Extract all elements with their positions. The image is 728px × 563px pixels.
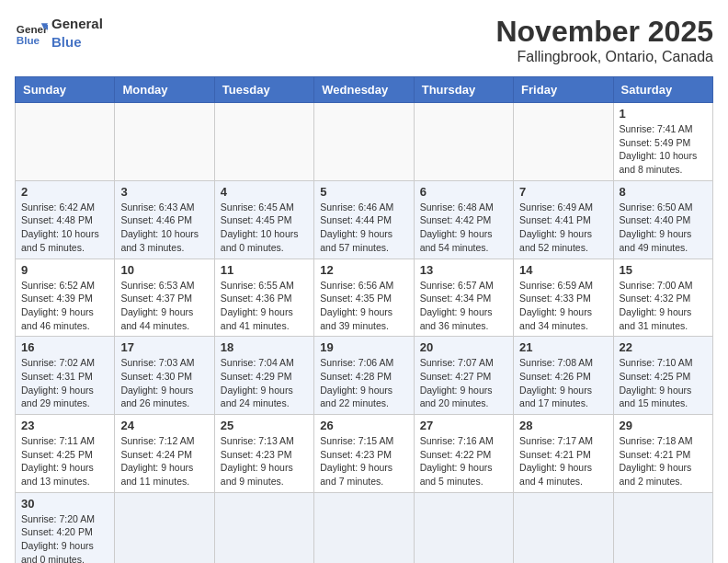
logo-general: General (51, 15, 103, 33)
day-number: 7 (519, 185, 607, 199)
day-number: 1 (620, 107, 707, 121)
calendar-day-cell (514, 103, 613, 181)
weekday-header: Wednesday (314, 77, 414, 103)
calendar-header-row: SundayMondayTuesdayWednesdayThursdayFrid… (16, 77, 713, 103)
calendar-day-cell (115, 103, 214, 181)
day-info: Sunrise: 6:56 AM Sunset: 4:35 PM Dayligh… (320, 279, 407, 333)
calendar-day-cell: 14Sunrise: 6:59 AM Sunset: 4:33 PM Dayli… (514, 259, 613, 337)
calendar-day-cell (214, 492, 313, 563)
day-info: Sunrise: 7:12 AM Sunset: 4:24 PM Dayligh… (120, 434, 208, 488)
month-title: November 2025 (495, 15, 713, 49)
day-number: 29 (620, 419, 707, 432)
day-info: Sunrise: 6:55 AM Sunset: 4:36 PM Dayligh… (221, 279, 308, 333)
calendar-day-cell: 9Sunrise: 6:52 AM Sunset: 4:39 PM Daylig… (16, 259, 115, 337)
calendar-day-cell: 20Sunrise: 7:07 AM Sunset: 4:27 PM Dayli… (414, 337, 513, 415)
weekday-header: Saturday (613, 77, 712, 103)
weekday-header: Sunday (16, 77, 115, 103)
calendar-day-cell: 11Sunrise: 6:55 AM Sunset: 4:36 PM Dayli… (214, 259, 313, 337)
calendar-day-cell (314, 103, 414, 181)
calendar-day-cell (214, 103, 313, 181)
weekday-header: Tuesday (214, 77, 313, 103)
svg-text:Blue: Blue (17, 33, 40, 45)
calendar-day-cell: 7Sunrise: 6:49 AM Sunset: 4:41 PM Daylig… (514, 180, 613, 259)
calendar-day-cell: 18Sunrise: 7:04 AM Sunset: 4:29 PM Dayli… (214, 337, 313, 415)
calendar-day-cell: 12Sunrise: 6:56 AM Sunset: 4:35 PM Dayli… (314, 259, 414, 337)
day-info: Sunrise: 7:41 AM Sunset: 5:49 PM Dayligh… (620, 122, 707, 177)
weekday-header: Friday (514, 77, 613, 103)
day-number: 10 (120, 263, 208, 277)
calendar-day-cell: 24Sunrise: 7:12 AM Sunset: 4:24 PM Dayli… (115, 415, 214, 493)
calendar-day-cell (414, 103, 513, 181)
day-number: 20 (420, 340, 507, 354)
calendar: SundayMondayTuesdayWednesdayThursdayFrid… (15, 76, 713, 563)
day-number: 23 (21, 419, 108, 432)
day-number: 17 (120, 340, 208, 354)
logo-blue: Blue (51, 33, 103, 52)
day-number: 22 (620, 340, 707, 354)
calendar-day-cell: 17Sunrise: 7:03 AM Sunset: 4:30 PM Dayli… (115, 337, 214, 415)
calendar-day-cell: 2Sunrise: 6:42 AM Sunset: 4:48 PM Daylig… (16, 180, 115, 259)
calendar-day-cell: 8Sunrise: 6:50 AM Sunset: 4:40 PM Daylig… (613, 180, 712, 259)
day-number: 12 (320, 263, 407, 277)
day-number: 30 (21, 497, 108, 511)
day-number: 3 (120, 185, 208, 199)
day-number: 25 (221, 419, 308, 432)
calendar-day-cell: 22Sunrise: 7:10 AM Sunset: 4:25 PM Dayli… (613, 337, 712, 415)
day-info: Sunrise: 6:53 AM Sunset: 4:37 PM Dayligh… (120, 279, 208, 333)
day-info: Sunrise: 6:57 AM Sunset: 4:34 PM Dayligh… (420, 279, 507, 333)
calendar-day-cell: 27Sunrise: 7:16 AM Sunset: 4:22 PM Dayli… (414, 415, 513, 493)
day-info: Sunrise: 7:13 AM Sunset: 4:23 PM Dayligh… (221, 434, 308, 488)
day-number: 13 (420, 263, 507, 277)
day-info: Sunrise: 7:00 AM Sunset: 4:32 PM Dayligh… (620, 279, 707, 333)
day-number: 6 (420, 185, 507, 199)
day-number: 14 (519, 263, 607, 277)
title-area: November 2025 Fallingbrook, Ontario, Can… (495, 15, 713, 65)
calendar-week-row: 30Sunrise: 7:20 AM Sunset: 4:20 PM Dayli… (16, 492, 713, 563)
calendar-week-row: 2Sunrise: 6:42 AM Sunset: 4:48 PM Daylig… (16, 180, 713, 259)
day-number: 8 (620, 185, 707, 199)
day-info: Sunrise: 7:04 AM Sunset: 4:29 PM Dayligh… (221, 356, 308, 410)
day-info: Sunrise: 7:20 AM Sunset: 4:20 PM Dayligh… (21, 512, 108, 563)
day-info: Sunrise: 6:49 AM Sunset: 4:41 PM Dayligh… (519, 201, 607, 255)
day-number: 28 (519, 419, 607, 432)
day-number: 2 (21, 185, 108, 199)
day-info: Sunrise: 7:17 AM Sunset: 4:21 PM Dayligh… (519, 434, 607, 488)
day-info: Sunrise: 7:02 AM Sunset: 4:31 PM Dayligh… (21, 356, 108, 410)
day-number: 24 (120, 419, 208, 432)
calendar-day-cell: 25Sunrise: 7:13 AM Sunset: 4:23 PM Dayli… (214, 415, 313, 493)
weekday-header: Thursday (414, 77, 513, 103)
day-number: 11 (221, 263, 308, 277)
day-number: 26 (320, 419, 407, 432)
calendar-week-row: 1Sunrise: 7:41 AM Sunset: 5:49 PM Daylig… (16, 103, 713, 181)
calendar-day-cell: 21Sunrise: 7:08 AM Sunset: 4:26 PM Dayli… (514, 337, 613, 415)
logo: General Blue General Blue (15, 15, 103, 51)
day-info: Sunrise: 6:48 AM Sunset: 4:42 PM Dayligh… (420, 201, 507, 255)
calendar-day-cell (314, 492, 414, 563)
day-info: Sunrise: 6:59 AM Sunset: 4:33 PM Dayligh… (519, 279, 607, 333)
day-number: 27 (420, 419, 507, 432)
day-number: 15 (620, 263, 707, 277)
calendar-day-cell: 16Sunrise: 7:02 AM Sunset: 4:31 PM Dayli… (16, 337, 115, 415)
calendar-day-cell: 1Sunrise: 7:41 AM Sunset: 5:49 PM Daylig… (613, 103, 712, 181)
day-info: Sunrise: 7:03 AM Sunset: 4:30 PM Dayligh… (120, 356, 208, 410)
calendar-week-row: 16Sunrise: 7:02 AM Sunset: 4:31 PM Dayli… (16, 337, 713, 415)
day-info: Sunrise: 7:15 AM Sunset: 4:23 PM Dayligh… (320, 434, 407, 488)
calendar-day-cell (115, 492, 214, 563)
day-info: Sunrise: 7:08 AM Sunset: 4:26 PM Dayligh… (519, 356, 607, 410)
day-info: Sunrise: 6:45 AM Sunset: 4:45 PM Dayligh… (221, 201, 308, 255)
day-info: Sunrise: 7:06 AM Sunset: 4:28 PM Dayligh… (320, 356, 407, 410)
calendar-day-cell: 15Sunrise: 7:00 AM Sunset: 4:32 PM Dayli… (613, 259, 712, 337)
calendar-day-cell: 3Sunrise: 6:43 AM Sunset: 4:46 PM Daylig… (115, 180, 214, 259)
day-number: 16 (21, 340, 108, 354)
logo-icon: General Blue (15, 17, 48, 50)
day-number: 19 (320, 340, 407, 354)
day-info: Sunrise: 6:43 AM Sunset: 4:46 PM Dayligh… (120, 201, 208, 255)
day-number: 4 (221, 185, 308, 199)
calendar-week-row: 9Sunrise: 6:52 AM Sunset: 4:39 PM Daylig… (16, 259, 713, 337)
header: General Blue General Blue November 2025 … (15, 15, 713, 65)
calendar-day-cell: 19Sunrise: 7:06 AM Sunset: 4:28 PM Dayli… (314, 337, 414, 415)
day-number: 21 (519, 340, 607, 354)
day-info: Sunrise: 7:18 AM Sunset: 4:21 PM Dayligh… (620, 434, 707, 488)
calendar-day-cell: 4Sunrise: 6:45 AM Sunset: 4:45 PM Daylig… (214, 180, 313, 259)
calendar-day-cell (414, 492, 513, 563)
